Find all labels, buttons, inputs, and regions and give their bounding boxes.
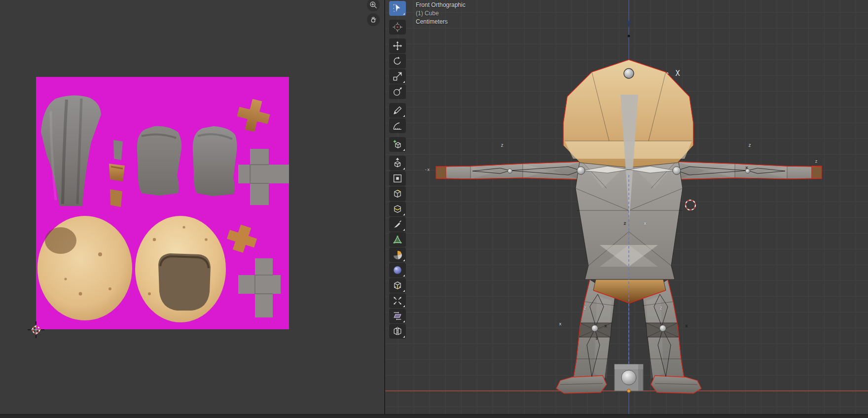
head-top-sphere[interactable]	[624, 69, 634, 78]
tool-shelf	[389, 1, 407, 339]
edge-slide-icon	[392, 280, 403, 291]
spin-icon	[392, 249, 403, 260]
tool-inset-faces-button[interactable]	[389, 171, 406, 186]
tool-submenu-corner	[403, 336, 405, 338]
pan-gizmo-button[interactable]	[367, 13, 380, 26]
scale-icon	[392, 71, 403, 82]
uv-island-torso-front[interactable]	[137, 126, 181, 196]
tool-shrink-fatten-button[interactable]	[389, 293, 406, 308]
tool-submenu-corner	[403, 81, 405, 83]
tool-cursor-button[interactable]	[389, 20, 406, 35]
tool-submenu-corner	[403, 305, 405, 307]
rotate-icon	[392, 56, 403, 67]
tool-annotate-button[interactable]	[389, 103, 406, 118]
tool-edge-slide-button[interactable]	[389, 278, 406, 293]
measure-icon	[392, 120, 403, 131]
tool-bevel-button[interactable]	[389, 186, 406, 201]
tool-submenu-corner	[403, 259, 405, 261]
tool-knife-button[interactable]	[389, 217, 406, 232]
magnifier-plus-icon	[369, 0, 378, 9]
tool-submenu-corner	[403, 320, 405, 322]
zoom-gizmo-button[interactable]	[367, 0, 380, 11]
rip-region-icon	[392, 326, 403, 337]
uv-image-editor[interactable]	[0, 0, 384, 418]
smooth-icon	[392, 265, 403, 276]
tool-shear-button[interactable]	[389, 309, 406, 323]
app-window: Front Orthographic (1) Cube Centimeters …	[0, 0, 868, 418]
shear-icon	[392, 311, 403, 321]
tool-select-box-button[interactable]	[389, 1, 406, 16]
bone-arrow-marker	[626, 21, 631, 28]
root-controller[interactable]	[615, 364, 643, 391]
tool-submenu-corner	[403, 13, 405, 15]
cursor-3d[interactable]	[686, 200, 695, 210]
move-icon	[392, 40, 403, 51]
uv-texture-image	[36, 77, 289, 329]
tool-smooth-button[interactable]	[389, 263, 406, 278]
tool-submenu-corner	[403, 229, 405, 231]
tool-transform-button[interactable]	[389, 84, 406, 99]
cursor-icon	[392, 22, 403, 33]
uv-island-head-face-oval[interactable]	[135, 216, 226, 322]
select-box-icon	[392, 3, 403, 14]
poly-build-icon	[392, 234, 403, 245]
tool-submenu-corner	[403, 290, 405, 292]
uv-island-wood-block-b[interactable]	[110, 189, 122, 207]
transform-icon	[392, 86, 403, 97]
knife-icon	[392, 219, 403, 230]
scene-3d	[385, 0, 868, 418]
tool-submenu-corner	[403, 115, 405, 117]
tool-measure-button[interactable]	[389, 118, 406, 133]
tool-submenu-corner	[403, 168, 405, 170]
tool-submenu-corner	[403, 213, 405, 215]
tool-rotate-button[interactable]	[389, 54, 406, 69]
loop-cut-icon	[392, 204, 403, 214]
tool-submenu-corner	[403, 275, 405, 277]
status-bar	[0, 414, 868, 418]
tool-rip-region-button[interactable]	[389, 324, 406, 339]
tool-add-cube-button[interactable]	[389, 137, 406, 152]
left-foot[interactable]	[556, 376, 607, 393]
shrink-fatten-icon	[392, 295, 403, 306]
uv-island-sleeve-strip[interactable]	[113, 140, 123, 160]
bevel-icon	[392, 188, 403, 199]
right-foot[interactable]	[651, 376, 701, 393]
uv-2d-cursor[interactable]	[27, 321, 45, 339]
viewport-3d[interactable]: Front Orthographic (1) Cube Centimeters	[385, 0, 868, 418]
inset-faces-icon	[392, 173, 403, 184]
tool-move-button[interactable]	[389, 38, 406, 53]
tool-scale-button[interactable]	[389, 69, 406, 84]
annotate-icon	[392, 105, 403, 116]
add-cube-icon	[392, 139, 403, 150]
tool-extrude-region-button[interactable]	[389, 156, 406, 171]
tool-spin-button[interactable]	[389, 247, 406, 262]
tool-loop-cut-button[interactable]	[389, 202, 406, 216]
object-origin-dot[interactable]	[627, 389, 631, 393]
tool-submenu-corner	[403, 149, 405, 151]
hand-icon	[369, 15, 378, 24]
editor-nav-gizmos	[367, 0, 380, 26]
uv-island-torso-back[interactable]	[193, 126, 237, 196]
extrude-region-icon	[392, 158, 403, 169]
uv-island-head-crown-oval[interactable]	[37, 216, 132, 320]
uv-island-wood-block-a[interactable]	[109, 164, 125, 181]
tool-poly-build-button[interactable]	[389, 232, 406, 247]
